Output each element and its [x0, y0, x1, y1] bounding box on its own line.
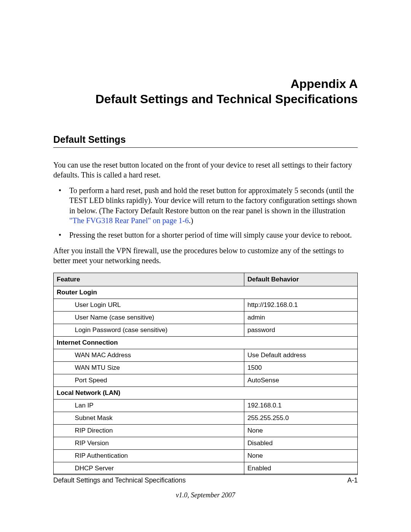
footer-right: A-1 — [347, 476, 358, 484]
bullet-text-after: .) — [189, 216, 193, 225]
footer-left: Default Settings and Technical Specifica… — [53, 476, 186, 484]
intro-paragraph: You can use the reset button located on … — [53, 160, 358, 180]
table-indent-cell — [54, 449, 72, 462]
bullet-text-before: To perform a hard reset, push and hold t… — [69, 186, 357, 215]
table-feature-cell: Login Password (case sensitive) — [72, 324, 244, 336]
table-behavior-cell: admin — [244, 311, 358, 324]
table-indent-cell — [54, 299, 72, 311]
table-group-label: Router Login — [54, 286, 358, 299]
table-row: DHCP ServerEnabled — [54, 462, 358, 474]
table-row: Port SpeedAutoSense — [54, 374, 358, 387]
appendix-title: Appendix A Default Settings and Technica… — [53, 76, 358, 107]
bullet-list: To perform a hard reset, push and hold t… — [53, 185, 358, 240]
footer-version: v1.0, September 2007 — [53, 491, 358, 499]
table-row: RIP AuthenticationNone — [54, 449, 358, 462]
table-behavior-cell: Enabled — [244, 462, 358, 474]
table-header-feature: Feature — [54, 273, 244, 286]
table-header-behavior: Default Behavior — [244, 273, 358, 286]
table-row: RIP DirectionNone — [54, 424, 358, 437]
table-feature-cell: DHCP Server — [72, 462, 244, 474]
bullet-item-0: To perform a hard reset, push and hold t… — [53, 185, 358, 226]
footer-line: Default Settings and Technical Specifica… — [53, 474, 358, 484]
table-behavior-cell: 192.168.0.1 — [244, 399, 358, 412]
cross-reference-link[interactable]: "The FVG318 Rear Panel" on page 1-6 — [69, 216, 189, 225]
appendix-title-line2: Default Settings and Technical Specifica… — [96, 92, 358, 106]
defaults-table: Feature Default Behavior Router LoginUse… — [53, 273, 358, 475]
table-behavior-cell: Use Default address — [244, 349, 358, 361]
table-indent-cell — [54, 324, 72, 336]
table-behavior-cell: 255.255.255.0 — [244, 412, 358, 424]
table-feature-cell: WAN MTU Size — [72, 361, 244, 374]
table-row: RIP VersionDisabled — [54, 437, 358, 449]
table-body: Router LoginUser Login URLhttp://192.168… — [54, 286, 358, 474]
table-indent-cell — [54, 311, 72, 324]
table-indent-cell — [54, 349, 72, 361]
table-row: WAN MAC AddressUse Default address — [54, 349, 358, 361]
table-row: Lan IP192.168.0.1 — [54, 399, 358, 412]
appendix-title-line1: Appendix A — [290, 77, 358, 91]
bullet-text: Pressing the reset button for a shorter … — [69, 231, 352, 239]
table-indent-cell — [54, 437, 72, 449]
table-feature-cell: Lan IP — [72, 399, 244, 412]
table-behavior-cell: http://192.168.0.1 — [244, 299, 358, 311]
table-behavior-cell: None — [244, 449, 358, 462]
page-footer: Default Settings and Technical Specifica… — [53, 474, 358, 499]
table-feature-cell: User Name (case sensitive) — [72, 311, 244, 324]
table-feature-cell: Port Speed — [72, 374, 244, 387]
table-indent-cell — [54, 462, 72, 474]
table-behavior-cell: None — [244, 424, 358, 437]
table-group-row: Local Network (LAN) — [54, 387, 358, 399]
table-feature-cell: User Login URL — [72, 299, 244, 311]
table-header-row: Feature Default Behavior — [54, 273, 358, 286]
section-heading: Default Settings — [53, 134, 358, 148]
table-feature-cell: RIP Direction — [72, 424, 244, 437]
document-page: Appendix A Default Settings and Technica… — [0, 0, 411, 532]
table-behavior-cell: AutoSense — [244, 374, 358, 387]
table-row: Login Password (case sensitive)password — [54, 324, 358, 336]
post-bullets-paragraph: After you install the VPN firewall, use … — [53, 246, 358, 266]
table-indent-cell — [54, 412, 72, 424]
table-row: User Login URLhttp://192.168.0.1 — [54, 299, 358, 311]
table-indent-cell — [54, 361, 72, 374]
table-row: User Name (case sensitive)admin — [54, 311, 358, 324]
table-feature-cell: RIP Authentication — [72, 449, 244, 462]
table-behavior-cell: password — [244, 324, 358, 336]
table-row: WAN MTU Size1500 — [54, 361, 358, 374]
table-indent-cell — [54, 374, 72, 387]
table-group-label: Local Network (LAN) — [54, 387, 358, 399]
table-feature-cell: WAN MAC Address — [72, 349, 244, 361]
table-feature-cell: RIP Version — [72, 437, 244, 449]
table-row: Subnet Mask255.255.255.0 — [54, 412, 358, 424]
bullet-item-1: Pressing the reset button for a shorter … — [53, 230, 358, 240]
table-group-row: Router Login — [54, 286, 358, 299]
table-indent-cell — [54, 399, 72, 412]
table-group-row: Internet Connection — [54, 336, 358, 349]
table-feature-cell: Subnet Mask — [72, 412, 244, 424]
table-group-label: Internet Connection — [54, 336, 358, 349]
table-behavior-cell: 1500 — [244, 361, 358, 374]
table-indent-cell — [54, 424, 72, 437]
table-behavior-cell: Disabled — [244, 437, 358, 449]
